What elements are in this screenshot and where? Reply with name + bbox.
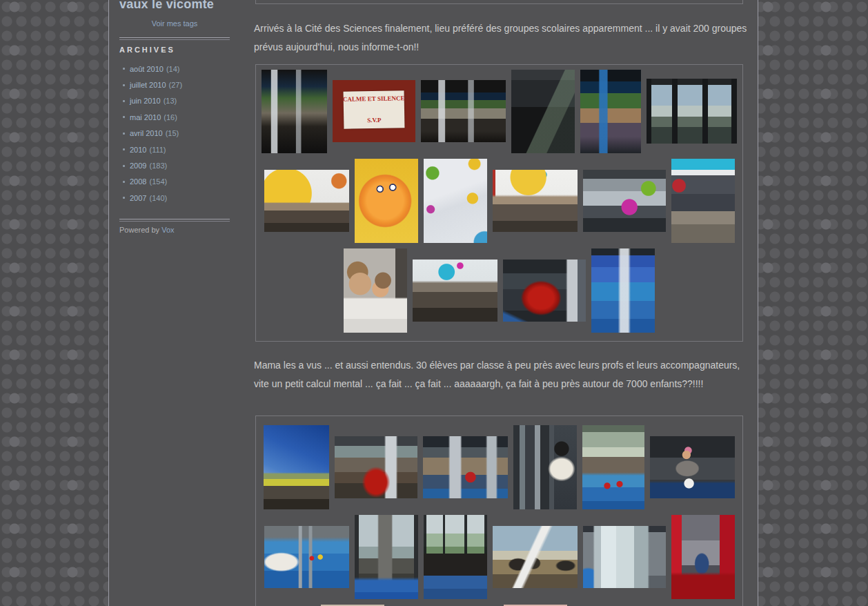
photo-thumbnail-glass-dots[interactable] [583,170,666,232]
photo-thumbnail-aquarium-crowd[interactable] [421,80,506,142]
gallery-row [256,156,742,246]
photo-thumbnail-dark-hall[interactable] [511,70,575,153]
gallery-row [256,422,742,512]
gallery-row [256,602,742,606]
post-paragraph-1: Arrivés à la Cité des Sciences finalemen… [254,19,748,57]
photo-thumbnail-vortex-tank[interactable] [583,526,666,588]
photo-thumbnail-kids-group[interactable] [493,170,578,232]
bullet-icon [123,197,125,199]
archive-link-avril-2010[interactable]: avril 2010(15) [119,126,237,141]
photo-thumbnail-white-ball-girl[interactable] [650,436,735,498]
blog-title: vaux le vicomte [119,0,214,12]
photo-thumbnail-yellow-poster-kids[interactable] [264,170,349,232]
vox-link[interactable]: Vox [161,226,174,234]
sign-line-1: CALME ET SILENCE [343,95,405,103]
photo-thumbnail-seated-class[interactable] [413,260,497,322]
photo-thumbnail-red-crates[interactable] [335,436,417,498]
gallery-row [256,512,742,602]
photo-thumbnail-white-tube[interactable] [493,526,578,588]
photo-thumbnail-tower-model[interactable] [355,515,418,599]
archive-link-2010[interactable]: 2010(111) [119,141,237,157]
photo-thumbnail-calme-silence-sign[interactable]: CALME ET SILENCE S.V.P [333,80,415,142]
content-column: vaux le vicomte Voir mes tags ARCHIVES a… [108,0,758,606]
photo-thumbnail-dots-wall[interactable] [424,159,487,243]
archives-list: août 2010(14) juillet 2010(27) juin 2010… [119,61,237,206]
photo-thumbnail-water-table[interactable] [423,436,508,498]
photo-gallery-1: CALME ET SILENCE S.V.P [255,64,743,342]
archive-link-juin-2010[interactable]: juin 2010(13) [119,93,237,109]
bullet-icon [123,116,125,118]
photo-thumbnail-tower-girl[interactable] [513,425,577,509]
photo-thumbnail-orange-face[interactable] [355,159,418,243]
photo-thumbnail-round-pool[interactable] [582,425,644,509]
post-paragraph-2: Mama les a vus ... et aussi entendus. 30… [254,356,748,393]
archive-link-mai-2010[interactable]: mai 2010(16) [119,109,237,125]
archive-link-aout-2010[interactable]: août 2010(14) [119,61,237,77]
archives-heading: ARCHIVES [119,46,175,54]
photo-thumbnail-entrance-hall[interactable] [262,70,327,153]
archive-link-2009[interactable]: 2009(183) [119,157,237,173]
photo-thumbnail-boy-pool[interactable] [264,526,349,588]
photo-thumbnail-window-view[interactable] [647,79,737,144]
photo-thumbnail-blue-pool[interactable] [591,248,655,333]
gallery-row [256,246,742,335]
bullet-icon [123,181,125,183]
sidebar-divider [119,37,230,40]
bullet-icon [123,165,125,167]
photo-gallery-2 [255,416,743,606]
gallery-row: CALME ET SILENCE S.V.P [256,66,742,156]
bullet-icon [123,84,125,86]
bullet-icon [123,68,125,70]
view-tags-link[interactable]: Voir mes tags [119,19,230,28]
bullet-icon [123,133,125,135]
powered-by: Powered by Vox [119,226,175,234]
bullet-icon [123,100,125,102]
archive-link-2008[interactable]: 2008(154) [119,174,237,190]
archive-link-juillet-2010[interactable]: juillet 2010(27) [119,77,237,92]
photo-thumbnail-two-boys[interactable] [344,248,407,333]
bullet-icon [123,148,125,150]
photo-thumbnail-backlit-pool[interactable] [424,515,487,599]
blog-page: { "colors": { "background": "#4d4d4f", "… [0,0,868,606]
photo-thumbnail-red-corridor[interactable] [671,515,735,599]
photo-thumbnail-seated-adults[interactable] [671,159,735,243]
photo-thumbnail-blue-wall-kids[interactable] [264,425,329,509]
sign-line-2: S.V.P [367,117,382,124]
photo-thumbnail-red-boxes[interactable] [503,260,586,322]
photo-thumbnail-big-aquarium[interactable] [580,70,641,153]
previous-gallery-cutoff [255,0,743,4]
sidebar-divider [119,219,230,222]
archive-link-2007[interactable]: 2007(140) [119,190,237,206]
calme-silence-sign: CALME ET SILENCE S.V.P [344,90,405,129]
